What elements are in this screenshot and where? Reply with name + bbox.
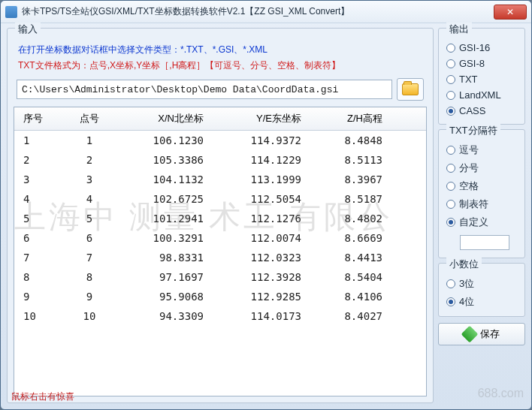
radio-option[interactable]: CASS	[446, 105, 517, 116]
path-input[interactable]	[17, 80, 392, 99]
app-icon	[5, 6, 17, 18]
radio-label: LandXML	[459, 89, 501, 101]
cell-ye: 112.0074	[217, 228, 315, 249]
radio-label: 3位	[459, 277, 474, 291]
col-pt[interactable]: 点号	[59, 107, 119, 130]
table-row[interactable]: 9995.9068112.92858.4106	[14, 287, 426, 306]
radio-option[interactable]: 4位	[446, 295, 517, 309]
col-ye[interactable]: Y/E东坐标	[217, 107, 315, 130]
radio-icon	[446, 164, 455, 173]
decimals-group: 小数位 3位4位	[438, 263, 525, 317]
cell-zh: 8.4106	[315, 286, 405, 307]
cell-seq: 10	[14, 306, 59, 327]
cell-xn: 94.3309	[119, 306, 217, 327]
radio-option[interactable]: 空格	[446, 179, 517, 193]
folder-icon	[402, 83, 419, 95]
right-column: 输出 GSI-16GSI-8TXTLandXMLCASS TXT分隔符 逗号分号…	[438, 28, 525, 403]
cell-pt: 10	[59, 306, 119, 327]
cell-ye: 112.3928	[217, 267, 315, 288]
radio-icon	[446, 107, 455, 116]
output-group: 输出 GSI-16GSI-8TXTLandXMLCASS	[438, 28, 525, 125]
cell-seq: 8	[14, 267, 59, 288]
cell-seq: 4	[14, 188, 59, 210]
path-row	[17, 78, 424, 101]
cell-ye: 112.1276	[217, 208, 315, 229]
content-area: 输入 在打开坐标数据对话框中选择文件类型：*.TXT、*.GSI、*.XML T…	[1, 23, 531, 409]
cell-pt: 7	[59, 247, 119, 268]
delimiter-legend: TXT分隔符	[446, 124, 500, 137]
cell-seq: 9	[14, 286, 59, 307]
cell-zh: 8.6669	[315, 228, 405, 249]
cell-pt: 5	[59, 208, 119, 229]
browse-button[interactable]	[397, 78, 424, 101]
radio-option[interactable]: 3位	[446, 277, 517, 291]
window-title: 徕卡TPS/TS全站仪GSI/XML/TXT坐标数据转换软件V2.1【ZZ GS…	[22, 5, 494, 18]
col-zh[interactable]: Z/H高程	[315, 107, 405, 130]
cell-pt: 2	[59, 149, 119, 170]
data-table: 序号 点号 X/N北坐标 Y/E东坐标 Z/H高程 11106.1230114.…	[14, 107, 427, 396]
col-seq[interactable]: 序号	[14, 107, 59, 130]
radio-label: 自定义	[459, 216, 488, 229]
close-icon: ✕	[506, 7, 514, 17]
cell-seq: 7	[14, 247, 59, 268]
cell-pt: 1	[59, 131, 119, 151]
footer-note: 鼠标右击有惊喜	[11, 390, 74, 403]
table-row[interactable]: 22105.3386114.12298.5113	[14, 150, 426, 170]
radio-option[interactable]: 自定义	[446, 216, 517, 229]
radio-option[interactable]: 制表符	[446, 197, 517, 211]
table-row[interactable]: 11106.1230114.93728.4848	[14, 131, 426, 150]
radio-option[interactable]: 分号	[446, 161, 517, 175]
cell-seq: 6	[14, 228, 59, 249]
radio-label: 空格	[459, 179, 479, 193]
delimiter-group: TXT分隔符 逗号分号空格制表符自定义	[438, 129, 525, 258]
cell-ye: 114.0173	[217, 306, 315, 327]
radio-option[interactable]: LandXML	[446, 89, 517, 101]
close-button[interactable]: ✕	[494, 5, 527, 20]
radio-label: GSI-16	[459, 42, 490, 53]
table-row[interactable]: 7798.8331112.03238.4413	[14, 248, 426, 267]
save-button[interactable]: 保存	[438, 323, 525, 345]
cell-seq: 5	[14, 208, 59, 229]
table-row[interactable]: 66100.3291112.00748.6669	[14, 228, 426, 248]
save-icon	[461, 326, 479, 343]
table-row[interactable]: 101094.3309114.01738.4027	[14, 306, 426, 326]
table-row[interactable]: 8897.1697112.39288.5404	[14, 267, 426, 287]
cell-xn: 98.8331	[119, 247, 217, 268]
input-legend: 输入	[15, 23, 41, 36]
radio-option[interactable]: GSI-16	[446, 42, 517, 53]
cell-zh: 8.4802	[315, 208, 405, 229]
cell-ye: 114.1229	[217, 149, 315, 170]
table-row[interactable]: 33104.1132113.19998.3967	[14, 170, 426, 189]
table-row[interactable]: 55101.2941112.12768.4802	[14, 209, 426, 228]
radio-icon	[446, 91, 455, 100]
radio-icon	[446, 146, 455, 155]
output-legend: 输出	[446, 23, 472, 36]
radio-label: TXT	[459, 74, 478, 85]
table-body[interactable]: 11106.1230114.93728.484822105.3386114.12…	[14, 131, 426, 396]
table-row[interactable]: 44102.6725112.50548.5187	[14, 189, 426, 209]
cell-xn: 101.2941	[119, 208, 217, 229]
cell-xn: 102.6725	[119, 188, 217, 210]
radio-icon	[446, 279, 455, 288]
radio-option[interactable]: TXT	[446, 74, 517, 85]
hint-txt-format: TXT文件格式为：点号,X坐标,Y坐标［,H高程］【可逗号、分号、空格、制表符】	[18, 59, 422, 72]
radio-label: 分号	[459, 161, 479, 175]
cell-xn: 106.1230	[119, 131, 217, 151]
cell-zh: 8.5404	[315, 267, 405, 288]
cell-seq: 3	[14, 169, 59, 190]
col-xn[interactable]: X/N北坐标	[119, 107, 217, 130]
delimiter-options: 逗号分号空格制表符自定义	[445, 142, 518, 252]
cell-zh: 8.4848	[315, 131, 405, 151]
radio-icon	[446, 297, 455, 306]
cell-pt: 8	[59, 267, 119, 288]
custom-delimiter-input[interactable]	[460, 235, 509, 250]
radio-label: 逗号	[459, 143, 479, 157]
cell-xn: 95.9068	[119, 286, 217, 307]
titlebar: 徕卡TPS/TS全站仪GSI/XML/TXT坐标数据转换软件V2.1【ZZ GS…	[1, 1, 531, 23]
cell-seq: 2	[14, 149, 59, 170]
radio-option[interactable]: GSI-8	[446, 58, 517, 69]
cell-ye: 114.9372	[217, 131, 315, 151]
radio-icon	[446, 44, 455, 53]
radio-option[interactable]: 逗号	[446, 143, 517, 157]
radio-label: CASS	[459, 105, 485, 116]
